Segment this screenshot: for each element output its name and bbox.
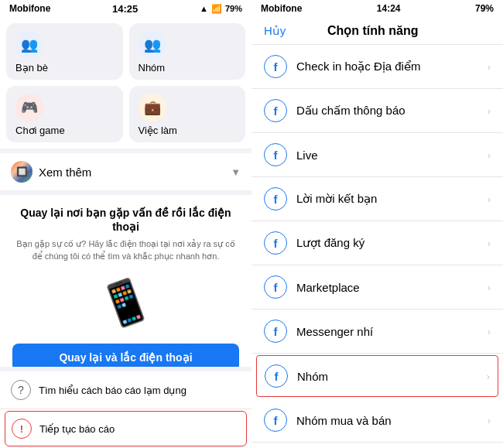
fb-letter-groups: f <box>275 370 279 383</box>
battery-right: 79% <box>475 3 494 14</box>
cancel-button[interactable]: Hủy <box>264 24 286 38</box>
status-bar-left: Mobifone 14:25 ▲ 📶 79% <box>0 0 252 17</box>
games-icon: 🎮 <box>15 94 43 121</box>
fb-letter-friend-invite: f <box>274 193 278 206</box>
feature-name-subscription: Lượt đăng ký <box>296 236 488 250</box>
chevron-right-icon-buy-sell-groups: › <box>488 415 491 426</box>
wifi-icon-left: 📶 <box>211 4 222 14</box>
fb-letter-subscription: f <box>274 237 278 250</box>
feature-item-marketplace[interactable]: fMarketplace› <box>252 265 503 309</box>
feature-name-friend-invite: Lời mời kết bạn <box>296 192 488 206</box>
chevron-right-icon-notification-dot: › <box>488 105 491 117</box>
feature-name-live: Live <box>296 149 488 162</box>
grid-item-games[interactable]: 🎮 Chơi game <box>6 86 123 142</box>
fb-icon-notification-dot: f <box>264 99 287 122</box>
left-panel: Mobifone 14:25 ▲ 📶 79% 👥 Bạn bè 👥 Nhóm 🎮… <box>0 0 252 448</box>
continue-report-text: Tiếp tục báo cáo <box>39 423 115 435</box>
feature-item-ads[interactable]: fQuảng cáo› <box>252 443 503 448</box>
friends-icon: 👥 <box>15 31 43 59</box>
carrier-right: Mobifone <box>261 3 302 14</box>
feature-list: fCheck in hoặc Địa điểm›fDấu chấm thông … <box>252 45 503 448</box>
see-more-bar[interactable]: 🔲 Xem thêm ▼ <box>0 153 252 190</box>
report-abuse-text: Tìm hiểu cách báo cáo lạm dụng <box>39 385 186 396</box>
alert-icon: ! <box>12 419 32 439</box>
grid-item-friends[interactable]: 👥 Bạn bè <box>6 23 123 80</box>
feature-item-messenger-kids[interactable]: fMessenger nhí› <box>252 309 503 354</box>
fb-icon-groups: f <box>265 364 288 388</box>
status-bar-right: Mobifone 14:24 79% <box>252 0 503 17</box>
feature-name-marketplace: Marketplace <box>296 281 488 294</box>
fb-icon-friend-invite: f <box>264 187 287 210</box>
feature-item-subscription[interactable]: fLượt đăng ký› <box>252 221 503 265</box>
chevron-right-icon-marketplace: › <box>488 282 491 293</box>
shake-title: Quay lại nơi bạn gặp vấn đề rồi lắc điện… <box>12 206 239 234</box>
feature-name-messenger-kids: Messenger nhí <box>296 325 488 338</box>
see-more-label: Xem thêm <box>39 166 224 179</box>
carrier-left: Mobifone <box>9 3 50 14</box>
games-label: Chơi game <box>15 125 65 136</box>
continue-report-item[interactable]: ! Tiếp tục báo cáo <box>5 411 247 446</box>
feature-item-live[interactable]: fLive› <box>252 133 503 177</box>
chevron-right-icon-friend-invite: › <box>488 193 491 205</box>
fb-letter-messenger-kids: f <box>274 325 278 338</box>
chevron-right-icon-messenger-kids: › <box>488 326 491 337</box>
shake-image: 📱 <box>12 270 239 336</box>
fb-letter-check-in: f <box>274 60 278 74</box>
signal-icon-left: ▲ <box>200 4 208 13</box>
chevron-right-icon-live: › <box>488 149 491 161</box>
feature-item-check-in[interactable]: fCheck in hoặc Địa điểm› <box>252 45 503 89</box>
chevron-right-icon-subscription: › <box>488 238 491 249</box>
shake-button[interactable]: Quay lại và lắc điện thoại <box>12 344 239 367</box>
fb-letter-live: f <box>274 149 278 162</box>
feature-name-groups: Nhóm <box>297 370 487 383</box>
fb-icon-check-in: f <box>264 55 287 78</box>
friends-label: Bạn bè <box>15 62 48 74</box>
phone-shake-icon: 📱 <box>93 272 159 335</box>
fb-letter-marketplace: f <box>274 281 278 294</box>
fb-icon-buy-sell-groups: f <box>264 409 287 432</box>
shake-section: Quay lại nơi bạn gặp vấn đề rồi lắc điện… <box>0 195 252 367</box>
see-more-icon: 🔲 <box>11 161 33 183</box>
header-title: Chọn tính năng <box>327 23 419 38</box>
report-abuse-item[interactable]: ? Tìm hiểu cách báo cáo lạm dụng <box>0 371 252 409</box>
jobs-label: Việc làm <box>139 125 177 136</box>
fb-icon-marketplace: f <box>264 275 287 299</box>
battery-icons-left: ▲ 📶 79% <box>200 4 242 14</box>
grid-item-groups[interactable]: 👥 Nhóm <box>129 23 246 80</box>
shake-description: Bạn gặp sự cố ư? Hãy lắc điện thoại tại … <box>12 238 239 262</box>
grid-item-jobs[interactable]: 💼 Việc làm <box>129 86 246 142</box>
fb-letter-notification-dot: f <box>274 104 278 118</box>
feature-name-buy-sell-groups: Nhóm mua và bán <box>296 414 488 427</box>
shortcut-grid: 👥 Bạn bè 👥 Nhóm 🎮 Chơi game 💼 Việc làm <box>0 17 252 149</box>
right-header: Hủy Chọn tính năng <box>252 17 503 45</box>
fb-icon-subscription: f <box>264 231 287 255</box>
battery-left: 79% <box>225 4 242 13</box>
feature-item-friend-invite[interactable]: fLời mời kết bạn› <box>252 177 503 221</box>
feature-item-buy-sell-groups[interactable]: fNhóm mua và bán› <box>252 398 503 443</box>
jobs-icon: 💼 <box>139 94 166 121</box>
bottom-items: ? Tìm hiểu cách báo cáo lạm dụng ! Tiếp … <box>0 371 252 448</box>
right-panel: Mobifone 14:24 79% Hủy Chọn tính năng fC… <box>252 0 503 448</box>
feature-item-notification-dot[interactable]: fDấu chấm thông báo› <box>252 89 503 133</box>
chevron-right-icon-groups: › <box>487 371 490 382</box>
question-icon: ? <box>11 380 31 400</box>
chevron-right-icon-check-in: › <box>488 61 491 73</box>
fb-icon-live: f <box>264 143 287 166</box>
fb-letter-buy-sell-groups: f <box>274 414 278 427</box>
time-left: 14:25 <box>112 3 138 15</box>
time-right: 14:24 <box>377 3 401 14</box>
feature-item-groups[interactable]: fNhóm› <box>256 355 498 397</box>
chevron-down-icon: ▼ <box>231 166 241 178</box>
feature-name-notification-dot: Dấu chấm thông báo <box>296 104 488 118</box>
groups-icon: 👥 <box>139 31 166 59</box>
groups-label: Nhóm <box>139 62 166 74</box>
fb-icon-messenger-kids: f <box>264 320 287 343</box>
feature-name-check-in: Check in hoặc Địa điểm <box>296 60 488 74</box>
